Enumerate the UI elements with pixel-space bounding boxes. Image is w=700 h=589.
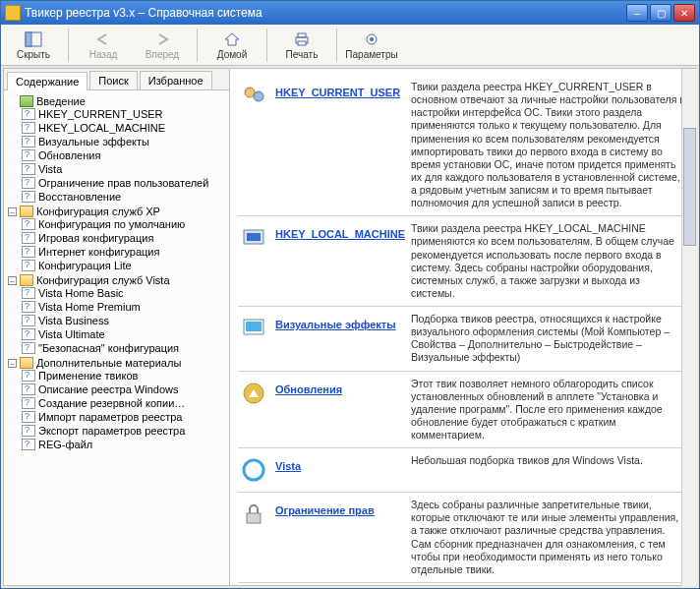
page-icon [22, 260, 35, 271]
page-icon [22, 246, 35, 258]
tree-item-hkcu[interactable]: HKEY_CURRENT_USER [22, 108, 227, 120]
tree-item-extra-reg[interactable]: REG-файл [22, 439, 227, 450]
link-vfx[interactable]: Визуальные эффекты [275, 319, 396, 330]
lock-icon [240, 499, 267, 530]
tab-search[interactable]: Поиск [89, 71, 137, 89]
gear-icon [362, 30, 381, 48]
link-vista[interactable]: Vista [275, 460, 301, 472]
tree-item-intro[interactable]: Введение [8, 95, 227, 107]
tree-item-extra-export[interactable]: Экспорт параметров реестра [22, 425, 227, 437]
page-icon [22, 315, 35, 326]
app-window: Твикер реестра v3.x – Справочная система… [0, 0, 700, 589]
tree-item-rights[interactable]: Ограничение прав пользователей [22, 177, 227, 189]
hide-nav-button[interactable]: Скрыть [7, 28, 60, 63]
link-hkcu[interactable]: HKEY_CURRENT_USER [275, 87, 400, 98]
collapse-icon[interactable]: – [8, 207, 17, 216]
back-button[interactable]: Назад [77, 28, 130, 63]
page-icon [22, 439, 35, 450]
desc-upd: Этот твик позволяет немного облагородить… [411, 378, 686, 442]
app-icon [5, 5, 21, 21]
nav-tabs: Содержание Поиск Избранное [4, 69, 229, 90]
nav-pane: Содержание Поиск Избранное Введение HKEY… [4, 69, 230, 585]
desc-hkcu: Твики раздела реестра HKEY_CURRENT_USER … [411, 81, 686, 209]
topic-row: Визуальные эффекты Подборка твиков реест… [238, 307, 688, 372]
tree-item-vista-ult[interactable]: Vista Ultimate [22, 328, 227, 340]
svg-rect-11 [247, 233, 261, 241]
close-button[interactable]: ✕ [673, 4, 695, 22]
tree-item-recover[interactable]: Восстановление [22, 191, 227, 203]
page-icon [22, 218, 35, 230]
tree-item-hklm[interactable]: HKEY_LOCAL_MACHINE [22, 122, 227, 134]
topic-row: HKEY_LOCAL_MACHINE Твики раздела реестра… [238, 216, 688, 307]
svg-marker-2 [225, 33, 239, 45]
desc-vista: Небольшая подборка твиков для Windows Vi… [411, 454, 686, 486]
tab-favorites[interactable]: Избранное [140, 71, 212, 89]
options-button[interactable]: Параметры [345, 28, 398, 63]
collapse-icon[interactable]: – [8, 276, 17, 285]
page-icon [22, 301, 35, 313]
link-hklm[interactable]: HKEY_LOCAL_MACHINE [275, 228, 405, 240]
svg-point-9 [254, 91, 263, 101]
tree-item-svcxp[interactable]: –Конфигурация служб XP [8, 206, 227, 217]
tree-item-xp-default[interactable]: Конфигурация по умолчанию [22, 218, 227, 230]
tree-item-upd[interactable]: Обновления [22, 149, 227, 161]
update-icon [240, 378, 267, 409]
svg-point-15 [244, 460, 263, 480]
tree-item-extra-import[interactable]: Импорт параметров реестра [22, 411, 227, 423]
svg-rect-4 [298, 33, 306, 37]
page-icon [22, 122, 35, 134]
desc-hklm: Твики раздела реестра HKEY_LOCAL_MACHINE… [411, 222, 686, 300]
tree-item-xp-lite[interactable]: Конфигурация Lite [22, 260, 227, 271]
page-icon [22, 425, 35, 437]
users-icon [240, 81, 267, 112]
print-button[interactable]: Печать [275, 28, 328, 63]
toolbar: Скрыть Назад Вперед Домой Печать Парамет… [1, 25, 699, 66]
svg-rect-13 [246, 322, 262, 331]
page-icon [22, 108, 35, 120]
svg-rect-5 [298, 41, 306, 45]
maximize-button[interactable]: ▢ [650, 4, 671, 22]
page-icon [22, 383, 35, 395]
tree-item-xp-gaming[interactable]: Игровая конфигурация [22, 232, 227, 244]
link-rights[interactable]: Ограничение прав [275, 504, 375, 516]
tree-item-xp-internet[interactable]: Интернет конфигурация [22, 246, 227, 258]
forward-icon [152, 30, 172, 48]
tree-item-extra[interactable]: –Дополнительные материалы [8, 357, 227, 369]
tree-item-extra-backup[interactable]: Создание резервной копии… [22, 397, 227, 409]
vista-icon [240, 454, 267, 486]
tree-item-vista[interactable]: Vista [22, 163, 227, 175]
link-upd[interactable]: Обновления [275, 383, 342, 395]
tree-item-vfx[interactable]: Визуальные эффекты [22, 136, 227, 147]
page-icon [22, 397, 35, 409]
svg-point-7 [370, 37, 374, 41]
tree-item-extra-apply[interactable]: Применение твиков [22, 370, 227, 382]
collapse-icon[interactable]: – [8, 359, 17, 368]
tab-contents[interactable]: Содержание [7, 72, 88, 90]
page-icon [22, 342, 35, 354]
svg-point-8 [245, 88, 255, 97]
minimize-button[interactable]: – [626, 4, 648, 22]
page-icon [22, 149, 35, 161]
svg-rect-1 [26, 32, 31, 46]
tree-item-vista-safe[interactable]: "Безопасная" конфигурация [22, 342, 227, 354]
tree-item-vista-biz[interactable]: Vista Business [22, 315, 227, 326]
tree-item-vista-hb[interactable]: Vista Home Basic [22, 287, 227, 299]
topic-row: Vista Небольшая подборка твиков для Wind… [238, 448, 688, 493]
page-icon [22, 411, 35, 423]
tree-item-vista-hp[interactable]: Vista Home Premium [22, 301, 227, 313]
page-icon [22, 232, 35, 244]
tree-item-extra-regdesc[interactable]: Описание реестра Windows [22, 383, 227, 395]
home-button[interactable]: Домой [205, 28, 259, 63]
tree-item-svcvista[interactable]: –Конфигурация служб Vista [8, 274, 227, 286]
client-area: Содержание Поиск Избранное Введение HKEY… [3, 68, 697, 586]
scroll-thumb[interactable] [683, 128, 696, 246]
vertical-scrollbar[interactable] [681, 69, 697, 586]
folder-icon [20, 274, 33, 286]
page-icon [22, 287, 35, 299]
print-icon [292, 30, 312, 48]
window-title: Твикер реестра v3.x – Справочная система [25, 6, 626, 20]
home-icon [222, 30, 242, 48]
folder-icon [20, 206, 33, 217]
svg-rect-16 [247, 513, 261, 523]
forward-button[interactable]: Вперед [136, 28, 189, 63]
